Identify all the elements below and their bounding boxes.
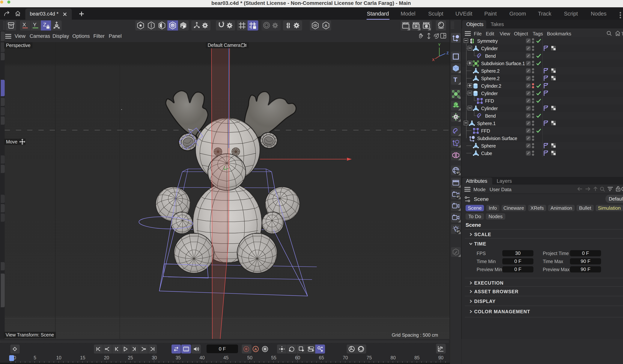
svg-text:Y: Y [438,43,441,47]
svg-text:A: A [254,347,257,351]
svg-text:Z: Z [446,51,449,55]
svg-text:X: X [432,58,435,61]
svg-text:A: A [324,23,327,28]
